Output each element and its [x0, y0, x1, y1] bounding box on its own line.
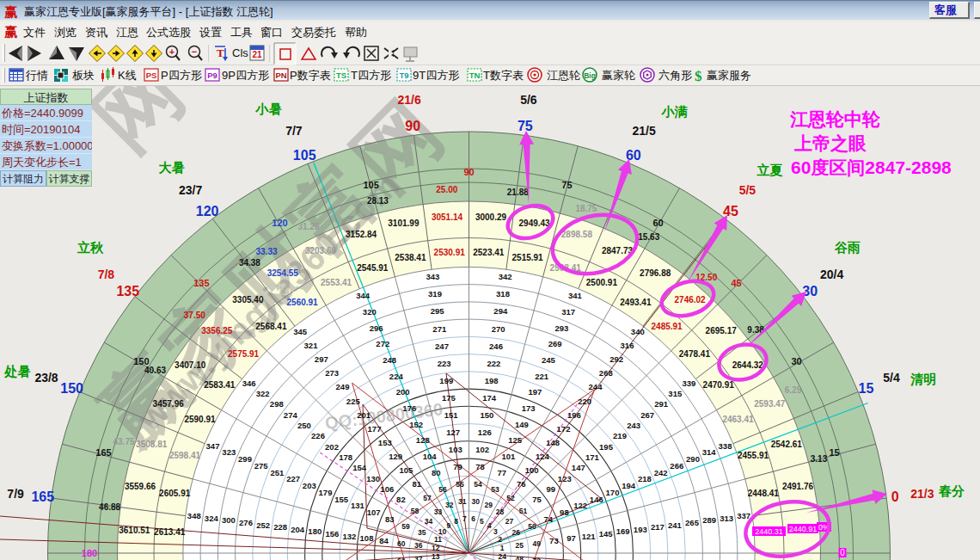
- svg-text:立夏: 立夏: [756, 163, 783, 177]
- svg-text:149: 149: [515, 420, 529, 429]
- svg-text:2575.91: 2575.91: [228, 349, 260, 359]
- svg-text:224: 224: [389, 372, 404, 381]
- svg-text:249: 249: [336, 382, 350, 391]
- svg-text:4: 4: [487, 521, 492, 530]
- svg-text:2695.17: 2695.17: [706, 326, 738, 335]
- svg-text:73: 73: [549, 536, 559, 545]
- svg-text:348: 348: [187, 511, 201, 520]
- svg-text:337: 337: [737, 511, 750, 520]
- svg-text:290: 290: [686, 454, 700, 464]
- svg-text:131: 131: [351, 501, 365, 510]
- svg-text:268: 268: [599, 368, 613, 378]
- svg-text:30: 30: [471, 497, 480, 506]
- svg-text:21/3: 21/3: [910, 487, 934, 501]
- svg-text:97: 97: [567, 533, 576, 543]
- svg-text:322: 322: [256, 389, 270, 398]
- svg-text:265: 265: [685, 518, 700, 527]
- svg-text:225: 225: [346, 397, 361, 406]
- svg-text:PS: PS: [146, 71, 157, 80]
- svg-text:55: 55: [456, 480, 464, 489]
- svg-text:3: 3: [493, 527, 498, 536]
- svg-text:129: 129: [389, 452, 402, 461]
- svg-text:318: 318: [496, 289, 510, 298]
- svg-text:200: 200: [396, 387, 410, 397]
- svg-text:2515.91: 2515.91: [512, 253, 544, 262]
- svg-text:−: −: [192, 46, 197, 57]
- svg-text:324: 324: [205, 514, 219, 523]
- svg-text:3559.66: 3559.66: [125, 482, 156, 491]
- svg-text:299: 299: [238, 454, 252, 464]
- svg-text:24: 24: [498, 552, 506, 560]
- svg-text:344: 344: [356, 291, 371, 300]
- svg-text:217: 217: [651, 522, 665, 532]
- svg-text:298: 298: [270, 399, 284, 409]
- svg-text:345: 345: [293, 327, 308, 336]
- svg-text:5/4: 5/4: [883, 371, 900, 385]
- svg-text:57: 57: [423, 494, 432, 502]
- svg-text:295: 295: [431, 306, 445, 316]
- svg-text:春分: 春分: [938, 483, 965, 498]
- svg-text:61: 61: [397, 557, 406, 560]
- svg-text:103: 103: [449, 445, 462, 454]
- svg-text:104: 104: [423, 452, 438, 461]
- svg-text:T四方形: T四方形: [351, 69, 391, 82]
- svg-text:148: 148: [546, 438, 560, 447]
- svg-text:243: 243: [627, 421, 640, 430]
- svg-text:267: 267: [640, 410, 654, 420]
- svg-text:37: 37: [414, 555, 423, 560]
- svg-text:30: 30: [791, 356, 801, 366]
- svg-text:2463.41: 2463.41: [722, 415, 754, 424]
- svg-text:297: 297: [315, 354, 328, 364]
- svg-text:46.88: 46.88: [99, 502, 120, 512]
- svg-text:P四方形: P四方形: [161, 69, 202, 82]
- svg-text:227: 227: [286, 474, 300, 483]
- svg-text:294: 294: [493, 306, 508, 316]
- svg-text:3.13: 3.13: [811, 454, 828, 464]
- svg-text:56: 56: [438, 485, 447, 494]
- svg-text:251: 251: [270, 468, 285, 477]
- svg-text:247: 247: [435, 342, 449, 351]
- svg-text:147: 147: [572, 463, 585, 472]
- svg-text:59: 59: [401, 522, 410, 531]
- svg-text:江恩轮: 江恩轮: [547, 69, 580, 82]
- svg-text:252: 252: [256, 520, 270, 530]
- svg-text:23/7: 23/7: [179, 183, 202, 197]
- svg-text:2568.41: 2568.41: [255, 322, 287, 331]
- svg-text:90: 90: [405, 119, 420, 133]
- svg-text:248: 248: [383, 355, 396, 365]
- svg-text:293: 293: [554, 323, 568, 333]
- svg-text:106: 106: [380, 484, 394, 494]
- svg-text:76: 76: [517, 479, 526, 489]
- svg-text:78: 78: [475, 462, 485, 471]
- svg-text:33.33: 33.33: [255, 247, 277, 256]
- svg-text:82: 82: [396, 495, 406, 504]
- svg-text:105: 105: [363, 180, 378, 190]
- svg-text:60: 60: [652, 218, 663, 228]
- svg-text:60: 60: [397, 539, 406, 548]
- svg-text:193: 193: [634, 525, 647, 534]
- svg-text:3407.10: 3407.10: [175, 360, 206, 370]
- svg-text:155: 155: [334, 495, 349, 504]
- svg-text:Big: Big: [584, 71, 596, 80]
- svg-text:2796.88: 2796.88: [640, 268, 671, 278]
- svg-text:$: $: [695, 68, 702, 84]
- svg-text:2455.91: 2455.91: [738, 451, 769, 460]
- svg-text:立秋: 立秋: [77, 240, 104, 255]
- svg-text:170: 170: [606, 488, 620, 497]
- svg-text:79: 79: [453, 462, 462, 471]
- svg-text:2613.41: 2613.41: [154, 527, 186, 537]
- svg-text:15: 15: [829, 447, 839, 458]
- svg-text:135: 135: [116, 284, 139, 298]
- svg-text:27: 27: [505, 517, 514, 526]
- svg-text:6: 6: [471, 514, 475, 523]
- svg-text:TS: TS: [336, 71, 346, 80]
- svg-text:320: 320: [363, 307, 377, 317]
- svg-text:52: 52: [506, 494, 515, 502]
- svg-text:102: 102: [475, 445, 489, 454]
- svg-text:3152.84: 3152.84: [346, 230, 377, 239]
- svg-text:98: 98: [560, 508, 569, 517]
- svg-text:174: 174: [482, 393, 497, 403]
- svg-text:347: 347: [206, 441, 220, 451]
- svg-text:处暑: 处暑: [3, 364, 30, 378]
- svg-text:75: 75: [518, 119, 533, 133]
